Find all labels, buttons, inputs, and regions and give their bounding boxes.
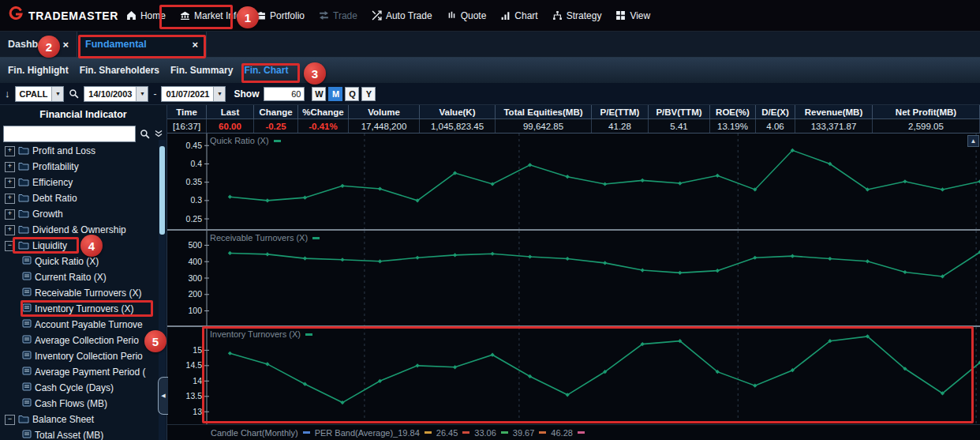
cell-last: 60.00	[207, 119, 254, 133]
tree-item-total-asset-mb[interactable]: Total Asset (MB)	[0, 427, 166, 440]
period-buttons: WMQY	[312, 87, 376, 101]
indicator-icon	[22, 288, 32, 299]
legend-marker	[539, 431, 546, 434]
chevron-down-icon: ▼	[213, 87, 225, 101]
tree-folder-profit-and-loss[interactable]: +Profit and Loss	[0, 143, 166, 159]
tree-item-label: Average Collection Perio	[35, 335, 139, 346]
tree-item-label: Balance Sheet	[32, 414, 94, 425]
tree-item-account-payable-turnove[interactable]: Account Payable Turnove	[0, 317, 166, 333]
period-button-y[interactable]: Y	[361, 87, 376, 101]
column-header-volume: Volume	[349, 105, 420, 118]
tree-item-label: Quick Ratio (X)	[35, 256, 99, 267]
strategy-icon	[552, 10, 563, 21]
download-arrow-icon[interactable]: ↓	[5, 88, 10, 100]
expand-icon[interactable]: +	[5, 225, 15, 235]
column-header-change: Change	[254, 105, 298, 118]
search-icon[interactable]	[69, 88, 79, 99]
menu-item-label: Auto Trade	[386, 10, 432, 21]
menu-item-strategy[interactable]: Strategy	[552, 10, 602, 21]
chart-title-label: Receivable Turnovers (X)	[210, 233, 308, 243]
tree-item-label: Total Asset (MB)	[35, 430, 103, 440]
legend-label: 33.06	[474, 428, 496, 438]
expand-icon[interactable]: +	[5, 209, 15, 220]
indicator-search-input[interactable]	[3, 126, 136, 142]
date-to-select[interactable]: 01/07/2021 ▼	[161, 86, 226, 102]
date-to-value: 01/07/2021	[162, 89, 213, 99]
menu-item-chart[interactable]: Chart	[500, 10, 537, 21]
top-menu: HomeMarket InfoPortfolioTradeAuto TradeQ…	[126, 10, 650, 21]
tree-folder-growth[interactable]: +Growth	[0, 206, 166, 222]
period-button-w[interactable]: W	[312, 87, 326, 101]
symbol-select[interactable]: CPALL ▼	[15, 86, 65, 102]
svg-text:0.3: 0.3	[190, 195, 202, 205]
tree-item-current-raito-x[interactable]: Current Raito (X)	[0, 269, 166, 285]
collapse-icon[interactable]: −	[5, 415, 15, 425]
menu-item-quote[interactable]: Quote	[447, 10, 487, 21]
period-button-m[interactable]: M	[328, 87, 342, 101]
tree-item-cash-cycle-days[interactable]: Cash Cycle (Days)	[0, 380, 166, 396]
tree-folder-profitability[interactable]: +Profitability	[0, 159, 166, 175]
double-chevron-down-icon[interactable]	[154, 129, 163, 138]
tree-item-average-collection-perio[interactable]: Average Collection Perio	[0, 333, 166, 348]
tab-fundamental[interactable]: Fundamental×	[77, 32, 207, 57]
expand-icon[interactable]: +	[5, 162, 15, 172]
menu-item-view[interactable]: View	[615, 10, 650, 21]
show-count-input[interactable]: 60	[264, 87, 305, 101]
chart-panel-inventory-turnovers-x: Inventory Turnovers (X)1514.51413.513	[167, 325, 980, 424]
chart-legend: Candle Chart(Monthly)PER Band(Average)_1…	[167, 424, 980, 440]
tree-item-label: Inventory Turnovers (X)	[35, 303, 133, 314]
svg-text:14.5: 14.5	[186, 360, 203, 370]
tree-item-label: Debt Ratio	[32, 193, 77, 204]
scroll-up-button[interactable]: ▲	[967, 135, 979, 147]
menu-item-market-info[interactable]: Market Info	[180, 10, 241, 21]
close-icon[interactable]: ×	[62, 39, 69, 51]
tree-item-quick-ratio-x[interactable]: Quick Ratio (X)	[0, 254, 166, 269]
tree-folder-efficiency[interactable]: +Efficiency	[0, 175, 166, 190]
tree-item-receivable-turnovers-x[interactable]: Receivable Turnovers (X)	[0, 285, 166, 301]
tree-item-inventory-collection-perio[interactable]: Inventory Collection Perio	[0, 348, 166, 364]
subtab-fin-chart[interactable]: Fin. Chart	[244, 65, 288, 76]
tree-item-label: Average Payment Period (	[35, 367, 146, 378]
expand-icon[interactable]: +	[5, 178, 15, 188]
home-icon	[126, 10, 137, 21]
column-header-revenue-mb: Revenue(MB)	[795, 105, 873, 118]
tree-item-label: Cash Cycle (Days)	[35, 382, 114, 393]
sidebar-collapse-handle[interactable]: ◀	[158, 377, 168, 415]
subtab-fin-shareholders[interactable]: Fin. Shareholders	[80, 65, 159, 76]
tab-bar: Dashb×Fundamental×	[0, 32, 980, 58]
tree-folder-debt-ratio[interactable]: +Debt Ratio	[0, 190, 166, 206]
expand-icon[interactable]: +	[5, 146, 15, 156]
svg-text:13.5: 13.5	[186, 391, 203, 401]
tree-item-average-payment-period[interactable]: Average Payment Period (	[0, 364, 166, 380]
folder-icon	[18, 161, 29, 173]
collapse-icon[interactable]: −	[5, 241, 15, 251]
period-button-q[interactable]: Q	[345, 87, 359, 101]
scrollbar-thumb[interactable]	[159, 146, 165, 235]
tree-folder-balance-sheet[interactable]: −Balance Sheet	[0, 412, 166, 427]
toolbar: ↓ CPALL ▼ 14/10/2003 ▼ - 01/07/2021 ▼ Sh…	[0, 83, 980, 105]
chevron-down-icon: ▼	[51, 87, 63, 101]
menu-item-label: Portfolio	[270, 10, 305, 21]
menu-item-portfolio[interactable]: Portfolio	[256, 10, 305, 21]
tree-item-cash-flows-mb[interactable]: Cash Flows (MB)	[0, 396, 166, 412]
subtab-fin-summary[interactable]: Fin. Summary	[170, 65, 233, 76]
tree-item-label: Liquidity	[32, 240, 67, 251]
tree-folder-dividend-ownership[interactable]: +Dividend & Ownership	[0, 222, 166, 238]
legend-label: 39.67	[513, 428, 535, 438]
close-icon[interactable]: ×	[192, 39, 198, 51]
menu-item-auto-trade[interactable]: Auto Trade	[372, 10, 432, 21]
app-root: TRADEMASTER HomeMarket InfoPortfolioTrad…	[0, 0, 980, 440]
expand-icon[interactable]: +	[5, 194, 15, 204]
search-icon[interactable]	[140, 129, 150, 139]
subtab-fin-highlight[interactable]: Fin. Highlight	[8, 65, 69, 76]
sidebar-title: Financial Indicator	[0, 105, 166, 124]
tab-label: Fundamental	[85, 39, 147, 50]
series-marker	[305, 333, 312, 336]
svg-text:0.35: 0.35	[186, 177, 203, 186]
date-from-select[interactable]: 14/10/2003 ▼	[84, 86, 148, 102]
menu-item-trade[interactable]: Trade	[319, 10, 357, 21]
tree-item-inventory-turnovers-x[interactable]: Inventory Turnovers (X)	[0, 301, 166, 317]
legend-marker	[501, 431, 508, 434]
menu-item-home[interactable]: Home	[126, 10, 166, 21]
column-header-time: Time	[167, 105, 207, 118]
